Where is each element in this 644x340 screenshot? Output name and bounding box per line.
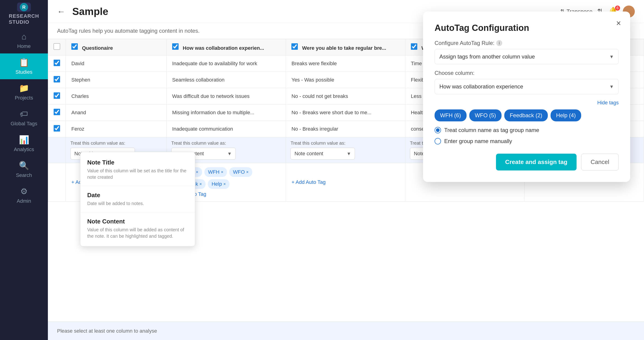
treat-label-1: Treat this column value as:: [171, 141, 281, 146]
cancel-button[interactable]: Cancel: [581, 154, 619, 170]
cell-col2-0: Breaks were flexible: [286, 56, 405, 72]
studies-icon: 📋: [19, 58, 29, 67]
select-all-checkbox[interactable]: [54, 43, 60, 50]
config-footer: Create and assign tag Cancel: [434, 154, 619, 170]
col-header-name: Questionaire: [66, 39, 167, 56]
col-checkbox-3[interactable]: [411, 43, 417, 50]
config-panel-title: AutoTag Configuration: [434, 23, 619, 33]
treat-label-2: Treat this column value as:: [290, 141, 400, 146]
tag-wfh: WFH ×: [204, 167, 227, 177]
cell-name-3: Anand: [66, 105, 167, 121]
dropdown-item-date[interactable]: Date Date will be added to notes.: [80, 187, 195, 211]
col-header-1: How was collaboration experien...: [166, 39, 286, 56]
col-checkbox-0[interactable]: [71, 43, 78, 50]
autotag-config-panel: × AutoTag Configuration Configure AutoTa…: [423, 12, 630, 182]
hide-tags-link[interactable]: Hide tags: [434, 100, 619, 106]
cell-col2-2: No - could not get breaks: [286, 88, 405, 105]
projects-icon: 📁: [19, 83, 29, 93]
add-autotag-2[interactable]: + Add Auto Tag: [292, 179, 326, 185]
radio-circle-1: [434, 138, 441, 144]
cell-col1-0: Inadequate due to availability for work: [166, 56, 286, 72]
close-button[interactable]: ×: [616, 19, 621, 28]
chevron-down-icon-1: ▼: [227, 151, 232, 156]
row-check-0[interactable]: [48, 56, 66, 72]
analytics-icon: 📊: [19, 135, 29, 145]
logo-icon: R: [17, 3, 31, 12]
treat-label-0: Treat this column value as:: [70, 141, 162, 146]
cell-name-4: Feroz: [66, 121, 167, 137]
sidebar-item-home[interactable]: ⌂ Home: [0, 28, 48, 54]
tag-remove-help[interactable]: ×: [223, 182, 226, 187]
cell-col1-4: Inadequate communication: [166, 121, 286, 137]
tag-remove-wfo[interactable]: ×: [246, 170, 249, 175]
cell-col1-2: Was difficult due to network issues: [166, 88, 286, 105]
sidebar-item-analytics[interactable]: 📊 Analytics: [0, 131, 48, 157]
row-check-1[interactable]: [48, 72, 66, 88]
cell-name-1: Stephen: [66, 72, 167, 88]
radio-enter-group-name[interactable]: Enter group name manually: [434, 138, 619, 144]
bottom-bar-text: Please select at least one column to ana…: [57, 328, 157, 334]
col-header-2: Were you able to take regular bre...: [286, 39, 405, 56]
config-tag-feedback[interactable]: Feedback (2): [504, 109, 548, 121]
svg-text:R: R: [22, 5, 26, 10]
global-tags-icon: 🏷: [20, 109, 28, 119]
row-check-4[interactable]: [48, 121, 66, 137]
back-button[interactable]: ←: [57, 7, 65, 16]
config-tag-wfh[interactable]: WFH (6): [434, 109, 466, 121]
rule-label: Configure AutoTag Rule: i: [434, 40, 619, 46]
bottom-bar: Please select at least one column to ana…: [48, 321, 644, 340]
admin-icon: ⚙: [20, 187, 28, 196]
treat-cell-2: Treat this column value as: Note content…: [286, 137, 405, 163]
radio-circle-0: [434, 127, 441, 133]
select-all-header[interactable]: [48, 39, 66, 56]
cell-col2-3: No - Breaks were short due to me...: [286, 105, 405, 121]
radio-treat-column-name[interactable]: Treat column name as tag group name: [434, 127, 619, 133]
treat-select-2[interactable]: Note content ▼: [290, 148, 355, 160]
app-logo: R RESEARCHSTUDIO: [10, 5, 38, 23]
column-label: Choose column:: [434, 70, 619, 76]
cell-col2-1: Yes - Was possible: [286, 72, 405, 88]
sidebar-item-search[interactable]: 🔍 Search: [0, 157, 48, 182]
dropdown-item-note-content[interactable]: Note Content Value of this column will b…: [80, 213, 195, 244]
config-tag-wfo[interactable]: WFO (5): [469, 109, 502, 121]
note-type-dropdown: Note Title Value of this column will be …: [80, 152, 195, 246]
cell-name-2: Charles: [66, 88, 167, 105]
tag-wfo: WFO ×: [229, 167, 252, 177]
search-icon: 🔍: [19, 161, 29, 170]
chevron-down-icon-2: ▼: [347, 151, 351, 156]
col-checkbox-2[interactable]: [292, 43, 298, 50]
radio-group: Treat column name as tag group name Ente…: [434, 127, 619, 144]
notification-badge: 6: [615, 6, 620, 11]
tag-remove-feedback[interactable]: ×: [200, 182, 202, 187]
home-icon: ⌂: [22, 32, 26, 42]
column-select[interactable]: How was collaboration experience ▼: [434, 79, 619, 94]
row-check-3[interactable]: [48, 105, 66, 121]
config-tag-help[interactable]: Help (4): [550, 109, 581, 121]
info-icon[interactable]: i: [496, 40, 502, 46]
tag-remove-major[interactable]: ×: [196, 170, 198, 175]
sidebar-item-global-tags[interactable]: 🏷 Global Tags: [0, 105, 48, 131]
sidebar-item-admin[interactable]: ⚙ Admin: [0, 182, 48, 208]
row-check-2[interactable]: [48, 88, 66, 105]
tag-remove-wfh[interactable]: ×: [221, 170, 224, 175]
sidebar-item-studies[interactable]: 📋 Studies: [0, 54, 48, 79]
cell-name-0: David: [66, 56, 167, 72]
autotag-cell-2: + Add Auto Tag: [286, 163, 405, 202]
dropdown-item-note-title[interactable]: Note Title Value of this column will be …: [80, 154, 195, 185]
col-checkbox-1[interactable]: [172, 43, 178, 50]
tag-help: Help ×: [208, 179, 230, 189]
cell-col1-3: Missing information due to multiple...: [166, 105, 286, 121]
logo-text: RESEARCHSTUDIO: [9, 13, 39, 25]
create-assign-tag-button[interactable]: Create and assign tag: [496, 154, 576, 170]
sidebar-item-projects[interactable]: 📁 Projects: [0, 79, 48, 105]
cell-col2-4: No - Breaks irregular: [286, 121, 405, 137]
cell-col1-1: Seamless collaboration: [166, 72, 286, 88]
rule-select[interactable]: Assign tags from another column value ▼: [434, 49, 619, 64]
tag-pills-container: WFH (6) WFO (5) Feedback (2) Help (4): [434, 109, 619, 121]
rule-select-chevron: ▼: [609, 54, 614, 60]
column-select-chevron: ▼: [609, 84, 614, 89]
sidebar: R RESEARCHSTUDIO ⌂ Home 📋 Studies 📁 Proj…: [0, 0, 48, 340]
